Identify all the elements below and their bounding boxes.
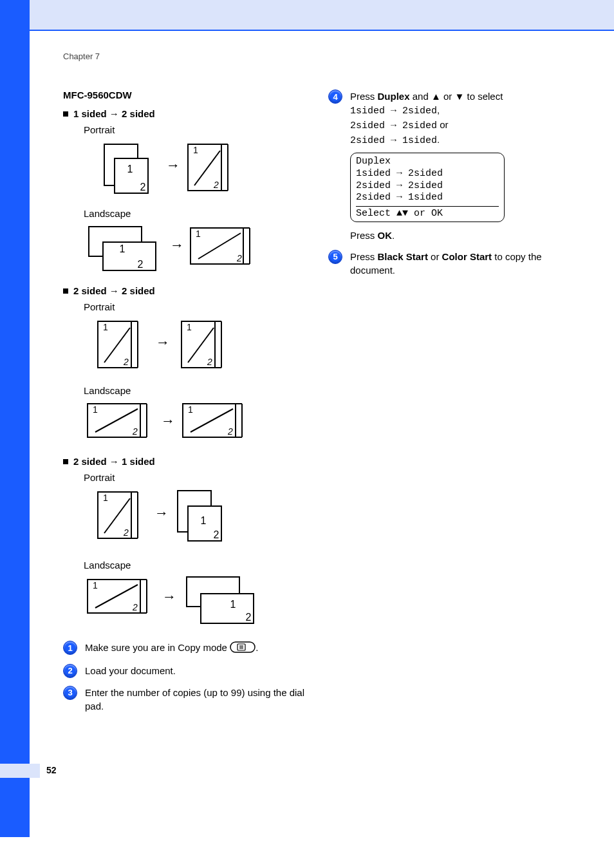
step-badge-2: 2 (63, 664, 77, 678)
page: Chapter 7 MFC-9560CDW 1 sided → 2 sided … (0, 0, 614, 837)
svg-rect-13 (103, 242, 156, 270)
model-name: MFC-9560CDW (63, 90, 305, 100)
s4-mid: or (441, 91, 455, 102)
svg-text:→: → (162, 589, 176, 605)
step1-text: Make sure you are in Copy mode (85, 642, 230, 653)
page-number: 52 (46, 765, 57, 775)
s4-b: and (410, 91, 431, 102)
landscape-label: Landscape (84, 560, 305, 571)
diagram-2s2s-landscape: 1 2 → 1 2 (85, 400, 305, 447)
svg-text:2: 2 (140, 182, 146, 193)
diagram-2s1s-portrait: 1 2 → 1 2 (85, 487, 305, 551)
svg-text:1: 1 (196, 229, 201, 239)
s4-pressok-a: Press (350, 230, 378, 241)
s4-pressok-c: . (392, 230, 395, 241)
s4-a: Press (350, 91, 378, 102)
step-badge-1: 1 (63, 641, 77, 655)
s4-period: . (437, 134, 440, 145)
svg-text:2: 2 (132, 602, 138, 612)
svg-text:→: → (170, 237, 184, 253)
right-column: 4 Press Duplex and ▲ or ▼ to select 1sid… (328, 90, 570, 717)
lcd-display: Duplex 1sided → 2sided 2sided → 2sided 2… (350, 153, 505, 222)
bullet-icon (63, 111, 68, 117)
mode2-to: 2 sided (122, 285, 155, 296)
svg-text:→: → (154, 505, 169, 521)
step-badge-5: 5 (328, 250, 342, 264)
diagram-1s2s-landscape: 1 2 → 1 2 (85, 223, 305, 276)
step-3: 3 Enter the number of copies (up to 99) … (63, 686, 305, 713)
landscape-label: Landscape (84, 208, 305, 219)
mode3-to: 1 sided (122, 456, 155, 467)
svg-text:1: 1 (93, 404, 98, 415)
s4-comma: , (437, 104, 440, 115)
lcd-line3: 2sided → 1sided (356, 192, 499, 204)
lcd-title: Duplex (356, 156, 499, 168)
mode2-from: 2 sided (73, 285, 107, 296)
portrait-label: Portrait (84, 472, 305, 483)
step-badge-3: 3 (63, 686, 77, 700)
step-2: 2 Load your document. (63, 664, 305, 678)
svg-text:→: → (156, 334, 170, 350)
svg-text:→: → (166, 157, 180, 173)
s4-opt1: 1sided → 2sided (350, 106, 437, 117)
lcd-line2: 2sided → 2sided (356, 180, 499, 193)
svg-text:1: 1 (93, 580, 98, 590)
step-1: 1 Make sure you are in Copy mode . (63, 641, 305, 656)
svg-text:2: 2 (246, 612, 252, 623)
s4-opt3: 2sided → 1sided (350, 135, 437, 146)
svg-text:2: 2 (132, 426, 138, 437)
step1-tail: . (256, 642, 258, 653)
svg-text:2: 2 (207, 357, 212, 367)
svg-text:2: 2 (138, 259, 144, 270)
svg-text:1: 1 (230, 599, 236, 610)
down-arrow-icon: ▼ (454, 91, 464, 102)
svg-text:2: 2 (123, 357, 129, 367)
s4-opt2: 2sided → 2sided (350, 120, 437, 131)
step-5: 5 Press Black Start or Color Start to co… (328, 250, 570, 277)
chapter-label: Chapter 7 (63, 52, 570, 61)
arrow-icon: → (109, 108, 119, 119)
landscape-label: Landscape (84, 385, 305, 396)
portrait-label: Portrait (84, 124, 305, 135)
svg-text:1: 1 (120, 243, 126, 254)
s4-pressok-b: OK (378, 230, 393, 241)
s5-a: Press (350, 251, 378, 262)
svg-text:1: 1 (201, 515, 207, 526)
up-arrow-icon: ▲ (431, 91, 441, 102)
bullet-icon (63, 459, 68, 464)
portrait-label: Portrait (84, 301, 305, 312)
s5-b: Black Start (378, 251, 428, 262)
svg-text:→: → (161, 413, 175, 429)
svg-text:1: 1 (188, 404, 193, 415)
svg-text:1: 1 (187, 322, 192, 332)
step2-text: Load your document. (85, 664, 305, 677)
page-number-band (0, 764, 40, 778)
svg-text:2: 2 (236, 253, 242, 263)
arrow-icon: → (109, 285, 119, 296)
diagram-1s2s-portrait: 1 2 → 1 2 (85, 139, 305, 199)
s4-duplex: Duplex (378, 91, 410, 102)
svg-text:1: 1 (127, 164, 133, 175)
mode-1-heading: 1 sided → 2 sided (63, 108, 305, 119)
diagram-2s2s-portrait: 1 2 → 1 2 (85, 316, 305, 376)
step3-text: Enter the number of copies (up to 99) us… (85, 686, 305, 713)
mode1-from: 1 sided (73, 108, 107, 119)
left-column: MFC-9560CDW 1 sided → 2 sided Portrait 1 (63, 90, 305, 717)
copy-mode-icon (230, 641, 256, 656)
mode3-from: 2 sided (73, 456, 107, 467)
svg-text:1: 1 (103, 322, 108, 332)
arrow-icon: → (109, 456, 119, 467)
mode1-to: 2 sided (122, 108, 155, 119)
lcd-select: Select ▲▼ or OK (356, 206, 499, 220)
s4-c: to select (464, 91, 503, 102)
svg-text:2: 2 (123, 527, 129, 538)
diagram-2s1s-landscape: 1 2 → 1 2 (85, 574, 305, 632)
bullet-icon (63, 288, 68, 294)
step-4: 4 Press Duplex and ▲ or ▼ to select 1sid… (328, 90, 570, 242)
step-badge-4: 4 (328, 90, 342, 104)
svg-text:1: 1 (103, 493, 108, 503)
s5-d: Color Start (442, 251, 492, 262)
s4-or: or (437, 119, 449, 130)
s5-c: or (428, 251, 442, 262)
svg-text:2: 2 (213, 180, 219, 190)
